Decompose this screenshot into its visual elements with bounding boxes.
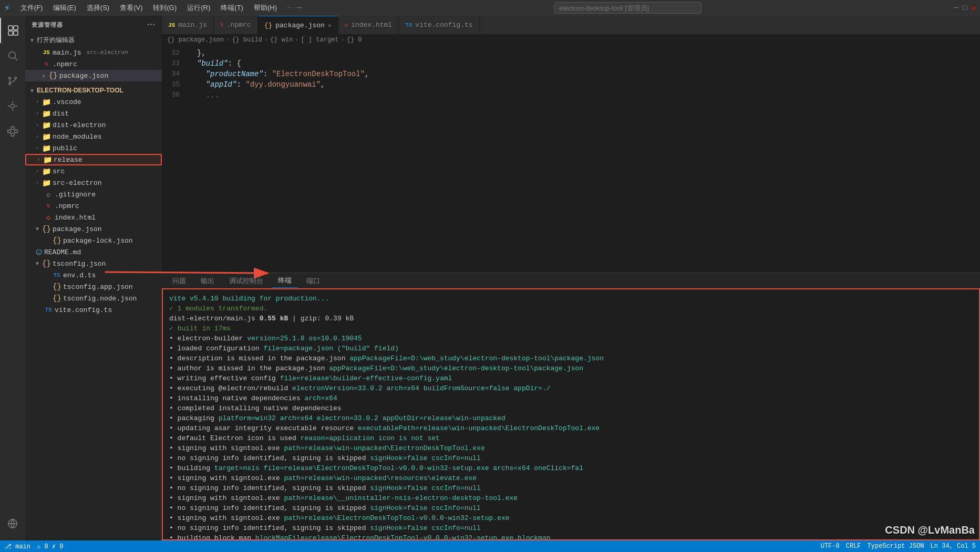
tab-main-js[interactable]: JS main.js <box>162 16 214 34</box>
terminal-line-25: • building block map blockMapFile=releas… <box>169 533 973 540</box>
minimize-button[interactable]: ─ <box>954 4 958 13</box>
file-vite-config[interactable]: TS vite.config.ts <box>25 304 162 316</box>
open-editors-section[interactable]: ▼ 打开的编辑器 <box>25 34 162 47</box>
file-readme[interactable]: i README.md <box>25 246 162 258</box>
activity-git[interactable] <box>0 68 25 93</box>
npm-icon: N <box>42 61 50 67</box>
terminal-line-6: • loaded configuration file=package.json… <box>169 343 973 353</box>
svg-rect-13 <box>11 127 14 130</box>
line-ending[interactable]: CRLF <box>846 543 861 550</box>
status-right: UTF-8 CRLF TypeScript JSON Ln 34, Col 5 <box>821 543 976 550</box>
folder-src-electron[interactable]: › 📁 src-electron <box>25 177 162 189</box>
vscode-icon: ⚡ <box>4 2 10 14</box>
activity-remote[interactable] <box>0 511 25 536</box>
folder-public[interactable]: › 📁 public <box>25 142 162 154</box>
html-icon: ◇ <box>44 213 53 222</box>
folder-src[interactable]: › 📁 src <box>25 165 162 177</box>
file-env-dts[interactable]: TS env.d.ts <box>25 269 162 281</box>
cursor-position[interactable]: Ln 34, Col 5 <box>931 543 976 550</box>
menu-goto[interactable]: 转到(G) <box>149 2 181 14</box>
panel-tab-ports[interactable]: 端口 <box>300 274 326 288</box>
file-gitignore[interactable]: ◇ .gitignore <box>25 189 162 200</box>
tab-close-icon[interactable]: ✕ <box>328 22 332 29</box>
encoding[interactable]: UTF-8 <box>821 543 840 550</box>
svg-point-10 <box>11 104 14 108</box>
open-file-main-js[interactable]: JS main.js src-electron <box>25 47 162 58</box>
code-area[interactable]: 32 }, 33 "build": { 34 "productName": "E… <box>162 46 980 273</box>
folder-chevron: › <box>36 99 39 105</box>
open-file-package-json[interactable]: ✕ {} package.json <box>25 70 162 81</box>
menu-run[interactable]: 运行(R) <box>183 2 214 14</box>
menu-view[interactable]: 查看(V) <box>116 2 147 14</box>
folder-vscode[interactable]: › 📁 .vscode <box>25 96 162 108</box>
activity-bar <box>0 16 25 540</box>
git-icon: ◇ <box>44 190 53 199</box>
html-tab-icon: ◇ <box>345 22 348 28</box>
folder-release[interactable]: › 📁 release <box>25 154 162 165</box>
panel-tab-debug[interactable]: 调试控制台 <box>223 274 270 288</box>
npm-icon: N <box>44 203 53 209</box>
json-icon: {} <box>53 294 61 303</box>
panel-tab-problems[interactable]: 问题 <box>166 274 192 288</box>
menu-help[interactable]: 帮助(H) <box>250 2 281 14</box>
project-section[interactable]: ▼ ELECTRON-DESKTOP-TOOL <box>25 85 162 96</box>
nav-back[interactable]: ← <box>287 3 293 13</box>
terminal-area[interactable]: vite v5.4.10 building for production... … <box>162 288 980 540</box>
breadcrumb: {} package.json › {} build › {} win › [ … <box>162 34 980 46</box>
json-icon: {} <box>42 259 50 268</box>
svg-rect-2 <box>8 31 13 35</box>
activity-search[interactable] <box>0 43 25 68</box>
terminal-line-20: • no signing info identified, signing is… <box>169 483 973 493</box>
folder-icon: 📁 <box>42 144 50 153</box>
folder-icon: 📁 <box>42 121 50 130</box>
json-tab-icon: {} <box>264 22 273 29</box>
file-tsconfig-app[interactable]: {} tsconfig.app.json <box>25 281 162 293</box>
search-input[interactable] <box>554 2 702 14</box>
file-npmrc[interactable]: N .npmrc <box>25 200 162 212</box>
language-mode[interactable]: TypeScript JSON <box>868 543 924 550</box>
panel-tab-terminal[interactable]: 终端 <box>272 274 298 288</box>
folder-dist-electron[interactable]: › 📁 dist-electron <box>25 119 162 131</box>
nav-forward[interactable]: → <box>297 3 302 13</box>
code-line-32: 32 }, <box>162 48 980 58</box>
terminal-line-12: • completed installing native dependenci… <box>169 403 973 413</box>
open-file-name-pkg: package.json <box>59 72 109 80</box>
svg-point-7 <box>15 77 17 79</box>
file-dirty-indicator: ✕ <box>42 72 46 79</box>
menu-terminal[interactable]: 终端(T) <box>216 2 247 14</box>
file-tsconfig-json[interactable]: ▼ {} tsconfig.json <box>25 258 162 269</box>
folder-node-modules[interactable]: › 📁 node_modules <box>25 131 162 142</box>
maximize-button[interactable]: □ <box>963 4 967 13</box>
menu-select[interactable]: 选择(S) <box>82 2 114 14</box>
tab-vite-config[interactable]: TS vite.config.ts <box>399 16 479 34</box>
tab-index-html[interactable]: ◇ index.html <box>338 16 399 34</box>
activity-debug[interactable] <box>0 93 25 119</box>
tab-npmrc[interactable]: N .npmrc <box>214 16 258 34</box>
menu-edit[interactable]: 编辑(E) <box>49 2 80 14</box>
file-tsconfig-node[interactable]: {} tsconfig.node.json <box>25 293 162 304</box>
terminal-line-13: • packaging platform=win32 arch=x64 elec… <box>169 413 973 423</box>
terminal-line-3: dist-electron/main.js 0.55 kB | gzip: 0.… <box>169 314 973 324</box>
file-package-lock-json[interactable]: {} package-lock.json <box>25 235 162 246</box>
json-icon: {} <box>53 236 61 245</box>
activity-explorer[interactable] <box>0 18 25 43</box>
sidebar-more-icon[interactable]: ··· <box>147 20 156 29</box>
file-index-html[interactable]: ◇ index.html <box>25 212 162 223</box>
open-editors-chevron: ▼ <box>29 37 35 43</box>
close-button[interactable]: ✕ <box>972 4 976 13</box>
menu-file[interactable]: 文件(F) <box>16 2 47 14</box>
svg-rect-1 <box>14 26 18 30</box>
git-branch[interactable]: ⎇ main <box>4 543 30 550</box>
folder-dist[interactable]: › 📁 dist <box>25 108 162 119</box>
panel-tab-output[interactable]: 输出 <box>194 274 221 288</box>
svg-rect-12 <box>15 130 17 133</box>
ts-icon: TS <box>53 272 61 278</box>
error-warning[interactable]: ⚠ 0 ✗ 0 <box>37 543 63 550</box>
ts-tab-icon: TS <box>405 22 412 28</box>
terminal-line-23: • signing with signtool.exe path=release… <box>169 513 973 523</box>
terminal-line-1: vite v5.4.10 building for production... <box>169 294 973 304</box>
file-package-json[interactable]: ▼ {} package.json <box>25 223 162 235</box>
activity-extensions[interactable] <box>0 119 25 144</box>
open-file-npmrc[interactable]: N .npmrc <box>25 58 162 70</box>
tab-package-json[interactable]: {} package.json ✕ <box>258 16 338 34</box>
